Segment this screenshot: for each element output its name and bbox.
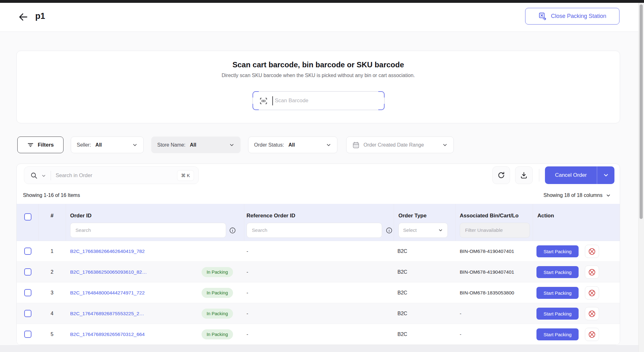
items-count-text: Showing 1-16 of 16 Items	[23, 193, 80, 198]
order-search-input[interactable]	[56, 167, 166, 184]
order-id-link[interactable]: B2C_1766386250065093610_82…	[70, 262, 147, 282]
order-type-value: B2C	[397, 262, 407, 282]
filter-icon	[27, 142, 34, 148]
reference-value: -	[247, 262, 248, 282]
divider	[539, 169, 539, 182]
store-name-filter-dropdown[interactable]: Store Name: All	[151, 137, 241, 153]
start-packing-button[interactable]: Start Packing	[536, 328, 579, 340]
order-type-filter-select[interactable]: Select	[398, 223, 448, 238]
table-row: 5 B2C_1764768926265670312_664 In Packing…	[17, 324, 620, 345]
page-title: p1	[35, 11, 45, 21]
back-button[interactable]	[17, 11, 30, 24]
start-packing-button[interactable]: Start Packing	[536, 308, 579, 320]
row-checkbox[interactable]	[24, 248, 31, 255]
cancel-row-button[interactable]	[585, 265, 599, 279]
store-name-value: All	[190, 142, 196, 148]
row-checkbox[interactable]	[24, 310, 31, 317]
bottom-strip	[0, 345, 644, 352]
table-header: # Order ID Reference Order ID Order Type…	[17, 204, 620, 241]
date-range-filter-dropdown[interactable]: Order Created Date Range	[346, 137, 454, 153]
order-status-label: Order Status:	[254, 142, 284, 148]
order-id-filter[interactable]	[70, 223, 226, 238]
start-packing-button[interactable]: Start Packing	[536, 245, 579, 257]
row-checkbox[interactable]	[24, 289, 31, 296]
start-packing-button[interactable]: Start Packing	[536, 266, 579, 278]
bin-value: -	[460, 303, 461, 324]
cancel-row-button[interactable]	[585, 307, 599, 320]
row-number: 3	[38, 282, 66, 303]
select-all-checkbox[interactable]	[24, 213, 31, 221]
text-caret	[272, 96, 273, 105]
window-top-strip	[0, 0, 644, 3]
order-id-link[interactable]: B2C_1764848000444274971_722	[70, 282, 145, 303]
column-header-bin: Associated Bin/Cart/Lo	[460, 213, 531, 219]
bin-value: BIN-OM678-4190407401	[460, 262, 514, 282]
column-header-action: Action	[537, 213, 554, 219]
chevron-down-icon	[326, 142, 331, 148]
refresh-button[interactable]	[492, 166, 510, 184]
download-button[interactable]	[515, 166, 533, 184]
cancel-row-button[interactable]	[585, 245, 599, 258]
page-scrollbar[interactable]	[638, 3, 644, 352]
order-status-value: All	[288, 142, 295, 148]
status-badge: In Packing	[202, 288, 233, 298]
order-id-link[interactable]: B2C_1766386266462640419_782	[70, 241, 145, 261]
chevron-down-icon	[438, 228, 443, 233]
info-icon[interactable]	[229, 227, 236, 234]
row-checkbox[interactable]	[24, 268, 31, 276]
arrow-left-icon	[18, 12, 29, 22]
table-row: 2 B2C_1766386250065093610_82… In Packing…	[17, 262, 620, 282]
order-type-value: B2C	[397, 324, 407, 344]
scan-barcode-field[interactable]	[275, 92, 380, 110]
circle-x-icon	[588, 331, 596, 338]
table-row: 1 B2C_1766386266462640419_782 - B2C BIN-…	[17, 241, 620, 262]
chevron-down-icon	[603, 172, 609, 178]
filters-button[interactable]: Filters	[17, 137, 64, 153]
scan-subtitle: Directly scan SKU barcode when the SKU i…	[17, 73, 620, 78]
bin-value: BIN-OM678-1835053800	[460, 282, 514, 303]
reference-value: -	[247, 241, 248, 261]
close-packing-station-label: Close Packing Station	[551, 13, 606, 20]
order-type-value: B2C	[397, 241, 407, 261]
divider	[51, 171, 51, 180]
order-search-box[interactable]: ⌘ K	[24, 166, 199, 184]
scan-title: Scan cart barcode, bin barcode or SKU ba…	[17, 60, 620, 69]
row-number: 5	[38, 324, 66, 344]
column-header-order-id: Order ID	[70, 213, 92, 219]
search-icon	[30, 171, 38, 180]
reference-value: -	[247, 282, 248, 303]
scan-barcode-inputbox[interactable]	[253, 91, 385, 110]
reference-value: -	[247, 324, 248, 344]
circle-x-icon	[588, 248, 596, 255]
info-icon[interactable]	[386, 227, 392, 234]
chevron-down-icon	[606, 193, 611, 198]
seller-filter-dropdown[interactable]: Seller: All	[71, 137, 144, 153]
cancel-order-button[interactable]: Cancel Order	[545, 166, 597, 184]
close-packing-station-button[interactable]: Close Packing Station	[525, 8, 619, 25]
order-type-value: B2C	[397, 303, 407, 324]
reference-filter[interactable]	[247, 223, 382, 238]
cancel-order-menu-button[interactable]	[597, 166, 614, 184]
circle-x-icon	[588, 289, 596, 297]
page-scrollbar-thumb[interactable]	[640, 4, 643, 219]
focus-corner	[253, 91, 259, 98]
filters-label: Filters	[38, 142, 54, 148]
cancel-row-button[interactable]	[585, 286, 599, 299]
circle-x-icon	[588, 310, 596, 318]
seller-label: Seller:	[77, 142, 91, 148]
order-id-filter-input[interactable]	[70, 223, 226, 237]
order-id-link[interactable]: B2C_1764768926265670312_664	[70, 324, 145, 344]
columns-visibility-dropdown[interactable]: Showing 18 of 18 columns	[543, 193, 611, 198]
date-range-label: Order Created Date Range	[364, 142, 424, 148]
reference-filter-input[interactable]	[247, 223, 382, 237]
reference-value: -	[247, 303, 248, 324]
search-scope-chevron-icon[interactable]	[41, 173, 46, 178]
row-checkbox[interactable]	[24, 331, 31, 338]
start-packing-button[interactable]: Start Packing	[536, 287, 579, 299]
order-status-filter-dropdown[interactable]: Order Status: All	[248, 137, 337, 153]
order-id-link[interactable]: B2C_1764768926875553225_2…	[70, 303, 144, 324]
cancel-row-button[interactable]	[585, 328, 599, 341]
column-header-number: #	[38, 213, 66, 219]
bin-value: -	[460, 324, 461, 344]
status-badge: In Packing	[202, 309, 233, 319]
